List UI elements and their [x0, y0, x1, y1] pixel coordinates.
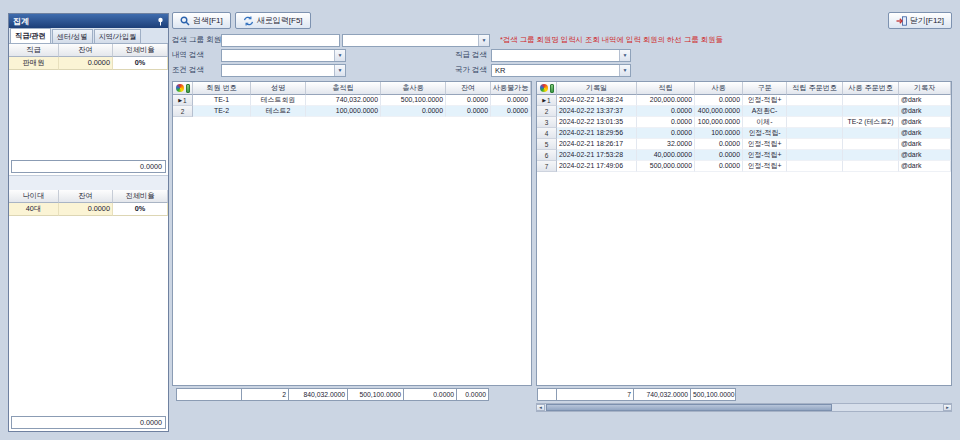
scroll-right-arrow-icon[interactable]: ► [943, 404, 952, 411]
member-row[interactable]: ▶1 TE-1 테스트회원 740,032.0000 500,100.0000 … [173, 95, 531, 106]
grid-customize-icon[interactable] [176, 84, 184, 92]
col-header-balance[interactable]: 잔여 [59, 44, 113, 57]
row-indicator: 2 [537, 106, 557, 117]
dropdown-arrow-icon[interactable]: ▼ [619, 50, 630, 61]
member-no-cell: TE-2 [193, 106, 251, 117]
use-cell: 100.0000 [695, 128, 743, 139]
col-header-writer[interactable]: 기록자 [899, 82, 951, 95]
scrollbar-thumb[interactable] [546, 404, 832, 411]
age-cell: 40대 [9, 203, 59, 216]
search-form-row-3: 조건 검색 ▼ 국가 검색 KR ▼ [172, 63, 952, 77]
col-header-earn[interactable]: 적립 [637, 82, 695, 95]
scroll-left-arrow-icon[interactable]: ◄ [536, 404, 545, 411]
grid-indicator-icon [186, 84, 190, 93]
use-order-cell [843, 161, 899, 172]
history-earn-total: 740,032.0000 [633, 388, 691, 401]
balance-cell: 0.0000 [59, 57, 113, 70]
search-button-label: 검색[F1] [193, 15, 223, 26]
col-header-use-order[interactable]: 사용 주문번호 [843, 82, 899, 95]
use-cell: 0.0000 [695, 150, 743, 161]
tab-rank[interactable]: 직급/관련 [10, 28, 51, 43]
col-header-rank[interactable]: 직급 [9, 44, 59, 57]
name-cell: 테스트2 [251, 106, 306, 117]
record-date-cell: 2024-02-22 13:37:37 [557, 106, 637, 117]
col-header-balance[interactable]: 잔여 [59, 190, 113, 203]
col-header-ratio[interactable]: 전체비율 [113, 44, 168, 57]
history-row[interactable]: 3 2024-02-22 13:01:35 0.0000 100,000.000… [537, 117, 951, 128]
refresh-input-icon [243, 16, 254, 26]
dropdown-arrow-icon[interactable]: ▼ [619, 65, 630, 76]
rank-summary-row[interactable]: 판매원 0.0000 0% [9, 57, 168, 70]
summary-panel: 집계 직급/관련 센터/성별 지역/가입월 직급 잔여 전체비율 판매원 0.0… [8, 13, 169, 432]
row-indicator: 5 [537, 139, 557, 150]
tab-center-gender[interactable]: 센터/성별 [52, 29, 93, 43]
history-row[interactable]: 6 2024-02-21 17:53:28 40,000.0000 0.0000… [537, 150, 951, 161]
search-form-row-1: 검색 그룹 회원명 ▼ *검색 그룹 회원명 입력시 조회 내역에 입력 회원의… [172, 33, 952, 47]
row-indicator: 4 [537, 128, 557, 139]
history-grid: 기록일 적립 사용 구분 적립 주문번호 사용 주문번호 기록자 ▶1 2024… [536, 81, 952, 386]
col-header-unusable[interactable]: 사용불가능 [491, 82, 531, 95]
col-header-type[interactable]: 구분 [743, 82, 787, 95]
member-grid-header: 회원 번호 성명 총적립 총사용 잔여 사용불가능 [173, 82, 531, 95]
col-header-name[interactable]: 성명 [251, 82, 306, 95]
new-input-button-label: 새로입력[F5] [257, 15, 303, 26]
col-header-age[interactable]: 나이대 [9, 190, 59, 203]
country-search-label: 국가 검색 [455, 65, 491, 75]
use-order-cell [843, 139, 899, 150]
search-button[interactable]: 검색[F1] [172, 12, 231, 29]
grid-customize-icon[interactable] [540, 84, 548, 92]
age-summary-total: 0.0000 [11, 416, 166, 429]
row-indicator: 3 [537, 117, 557, 128]
col-header-member-no[interactable]: 회원 번호 [193, 82, 251, 95]
col-header-use[interactable]: 사용 [695, 82, 743, 95]
history-row[interactable]: 4 2024-02-21 18:29:56 0.0000 100.0000 인정… [537, 128, 951, 139]
dropdown-arrow-icon[interactable]: ▼ [334, 65, 345, 76]
tab-region-joinmonth[interactable]: 지역/가입월 [94, 29, 142, 43]
balance-cell: 0.0000 [446, 95, 491, 106]
dropdown-arrow-icon[interactable]: ▼ [478, 35, 489, 46]
history-search-combo[interactable]: ▼ [221, 49, 346, 62]
history-row[interactable]: 5 2024-02-21 18:26:17 32.0000 0.0000 인정-… [537, 139, 951, 150]
section-separator [9, 175, 168, 190]
col-header-earn-order[interactable]: 적립 주문번호 [787, 82, 843, 95]
group-member-label: 검색 그룹 회원명 [172, 35, 221, 45]
use-order-cell [843, 128, 899, 139]
member-grid-footer: 2 840,032.0000 500,100.0000 0.0000 0.000… [176, 388, 489, 401]
earn-cell: 40,000.0000 [637, 150, 695, 161]
col-header-ratio[interactable]: 전체비율 [113, 190, 168, 203]
history-row[interactable]: 7 2024-02-21 17:49:06 500,000.0000 0.000… [537, 161, 951, 172]
earn-cell: 0.0000 [637, 117, 695, 128]
member-balance-total: 0.0000 [403, 388, 457, 401]
country-search-combo[interactable]: KR ▼ [491, 64, 631, 77]
col-header-total-earn[interactable]: 총적립 [306, 82, 381, 95]
history-row[interactable]: 2 2024-02-22 13:37:37 0.0000 400,000.000… [537, 106, 951, 117]
history-use-total: 500,100.0000 [690, 388, 736, 401]
group-member-name-combo[interactable]: ▼ [342, 34, 490, 47]
record-date-cell: 2024-02-22 13:01:35 [557, 117, 637, 128]
summary-panel-title: 집계 [13, 16, 29, 27]
condition-search-combo[interactable]: ▼ [221, 64, 346, 77]
col-header-record-date[interactable]: 기록일 [557, 82, 637, 95]
member-row[interactable]: 2 TE-2 테스트2 100,000.0000 0.0000 0.0000 0… [173, 106, 531, 117]
history-grid-hscrollbar[interactable]: ◄ ► [536, 403, 952, 412]
col-header-balance[interactable]: 잔여 [446, 82, 491, 95]
use-order-cell [843, 95, 899, 106]
group-member-id-input[interactable] [221, 34, 340, 47]
new-input-button[interactable]: 새로입력[F5] [235, 12, 311, 29]
writer-cell: @dark [899, 95, 951, 106]
record-date-cell: 2024-02-21 17:49:06 [557, 161, 637, 172]
use-order-cell: TE-2 (테스트2) [843, 117, 899, 128]
search-icon [180, 16, 190, 26]
rank-summary-total: 0.0000 [11, 160, 166, 173]
dropdown-arrow-icon[interactable]: ▼ [334, 50, 345, 61]
col-header-total-use[interactable]: 총사용 [381, 82, 446, 95]
close-button[interactable]: 닫기[F12] [888, 12, 952, 29]
history-row[interactable]: ▶1 2024-02-22 14:38:24 200,000.0000 0.00… [537, 95, 951, 106]
age-summary-row[interactable]: 40대 0.0000 0% [9, 203, 168, 216]
total-earn-cell: 740,032.0000 [306, 95, 381, 106]
total-use-cell: 500,100.0000 [381, 95, 446, 106]
pin-icon[interactable] [157, 17, 164, 26]
use-cell: 0.0000 [695, 95, 743, 106]
rank-search-combo[interactable]: ▼ [491, 49, 631, 62]
member-grid-corner [173, 82, 193, 95]
